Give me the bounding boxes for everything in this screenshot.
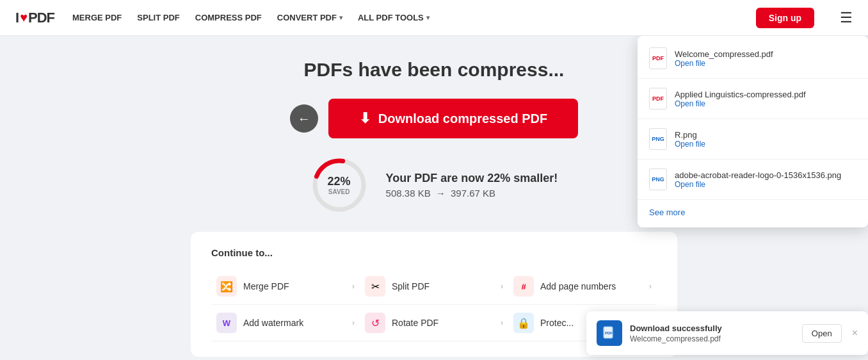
stats-description: Your PDF are now 22% smaller! [386, 172, 558, 185]
file-name-1: Welcome_compressed.pdf [675, 49, 773, 59]
download-row: ← ⬇ Download compressed PDF [290, 99, 579, 138]
popup-file-item-1[interactable]: PDF Welcome_compressed.pdf Open file [638, 41, 868, 76]
svg-text:PDF: PDF [605, 331, 613, 335]
nav-convert-label: CONVERT PDF [277, 13, 337, 22]
see-more-link[interactable]: See more [638, 202, 868, 222]
logo-i: I [15, 10, 19, 26]
open-file-link-3[interactable]: Open file [675, 140, 705, 149]
files-dropdown-popup: PDF Welcome_compressed.pdf Open file PDF… [638, 36, 868, 227]
popup-file-item-2[interactable]: PDF Applied Linguistics-compressed.pdf O… [638, 81, 868, 116]
continue-title: Continue to... [211, 247, 657, 258]
protect-icon: 🔒 [513, 313, 534, 333]
logo-pdf: PDF [28, 10, 54, 26]
file-details-4: adobe-acrobat-reader-logo-0-1536x1536.pn… [675, 170, 841, 189]
file-name-3: R.png [675, 130, 705, 140]
original-size: 508.38 KB [386, 188, 431, 199]
toast-filename: Welcome_compressed.pdf [630, 334, 794, 343]
toast-title: Download successfully [630, 323, 794, 333]
file-name-4: adobe-acrobat-reader-logo-0-1536x1536.pn… [675, 170, 841, 180]
nav-convert-dropdown[interactable]: CONVERT PDF ▾ [277, 13, 342, 22]
split-label: Split PDF [392, 281, 494, 291]
watermark-label: Add watermark [243, 318, 346, 328]
back-button[interactable]: ← [290, 104, 318, 133]
nav-merge[interactable]: MERGE PDF [72, 13, 122, 22]
file-icon-1: PDF [649, 47, 667, 69]
all-tools-chevron-icon: ▾ [426, 14, 430, 21]
download-button[interactable]: ⬇ Download compressed PDF [328, 99, 579, 138]
merge-icon: 🔀 [216, 276, 237, 297]
navbar: I ♥ PDF MERGE PDF SPLIT PDF COMPRESS PDF… [0, 0, 868, 36]
page-title: PDFs have been compress... [304, 59, 565, 81]
rotate-label: Rotate PDF [392, 318, 494, 328]
tool-split[interactable]: ✂ Split PDF › [360, 268, 508, 305]
toast-info: Download successfully Welcome_compressed… [630, 323, 794, 343]
merge-chevron-icon: › [352, 282, 355, 291]
download-icon: ⬇ [359, 110, 371, 127]
nav-all-tools-dropdown[interactable]: ALL PDF TOOLS ▾ [358, 13, 430, 22]
popup-file-item-4[interactable]: PNG adobe-acrobat-reader-logo-0-1536x153… [638, 162, 868, 197]
signup-button[interactable]: Sign up [756, 8, 814, 28]
arrow-icon: → [436, 188, 446, 199]
stats-sizes: 508.38 KB → 397.67 KB [386, 188, 558, 199]
open-file-link-4[interactable]: Open file [675, 180, 841, 189]
rotate-chevron-icon: › [501, 318, 503, 327]
page-numbers-chevron-icon: › [649, 282, 652, 291]
nav-split[interactable]: SPLIT PDF [137, 13, 179, 22]
nav-links: MERGE PDF SPLIT PDF COMPRESS PDF CONVERT… [72, 13, 430, 22]
merge-label: Merge PDF [243, 281, 346, 291]
tool-watermark[interactable]: W Add watermark › [211, 305, 360, 341]
file-icon-3: PNG [649, 128, 667, 150]
split-icon: ✂ [365, 276, 385, 297]
watermark-chevron-icon: › [352, 318, 355, 327]
download-button-label: Download compressed PDF [378, 111, 548, 126]
new-size: 397.67 KB [451, 188, 495, 199]
open-file-link-1[interactable]: Open file [675, 59, 773, 68]
convert-chevron-icon: ▾ [339, 14, 342, 21]
file-icon-4: PNG [649, 168, 667, 190]
toast-file-icon: PDF [597, 320, 622, 346]
open-file-link-2[interactable]: Open file [675, 99, 806, 108]
watermark-icon: W [216, 313, 237, 333]
file-icon-2: PDF [649, 88, 667, 110]
logo-heart-icon: ♥ [20, 10, 27, 25]
page-numbers-label: Add page numbers [540, 281, 643, 291]
donut-chart: 22% SAVED [310, 156, 368, 214]
tool-rotate[interactable]: ↺ Rotate PDF › [360, 305, 508, 341]
donut-text: 22% SAVED [328, 176, 351, 195]
tools-row-1: 🔀 Merge PDF › ✂ Split PDF › # Add page n… [211, 268, 657, 305]
rotate-icon: ↺ [365, 313, 385, 333]
donut-saved-label: SAVED [328, 188, 351, 195]
toast-open-button[interactable]: Open [802, 324, 842, 343]
toast-close-icon[interactable]: × [852, 327, 858, 339]
download-toast: PDF Download successfully Welcome_compre… [586, 311, 868, 355]
donut-percent: 22% [328, 176, 351, 188]
tool-merge[interactable]: 🔀 Merge PDF › [211, 268, 360, 305]
file-details-1: Welcome_compressed.pdf Open file [675, 49, 773, 68]
hamburger-icon[interactable]: ☰ [840, 10, 853, 26]
file-details-3: R.png Open file [675, 130, 705, 149]
stats-info: Your PDF are now 22% smaller! 508.38 KB … [386, 172, 558, 199]
nav-compress[interactable]: COMPRESS PDF [195, 13, 262, 22]
page-wrapper: PDFs have been compress... ← ⬇ Download … [0, 36, 868, 360]
popup-file-item-3[interactable]: PNG R.png Open file [638, 122, 868, 156]
back-icon: ← [298, 111, 310, 126]
file-name-2: Applied Linguistics-compressed.pdf [675, 90, 806, 99]
tool-page-numbers[interactable]: # Add page numbers › [508, 268, 657, 305]
logo[interactable]: I ♥ PDF [15, 10, 54, 26]
numbers-icon: # [513, 276, 534, 297]
stats-row: 22% SAVED Your PDF are now 22% smaller! … [310, 156, 558, 214]
nav-all-tools-label: ALL PDF TOOLS [358, 13, 424, 22]
file-details-2: Applied Linguistics-compressed.pdf Open … [675, 90, 806, 108]
split-chevron-icon: › [501, 282, 503, 291]
